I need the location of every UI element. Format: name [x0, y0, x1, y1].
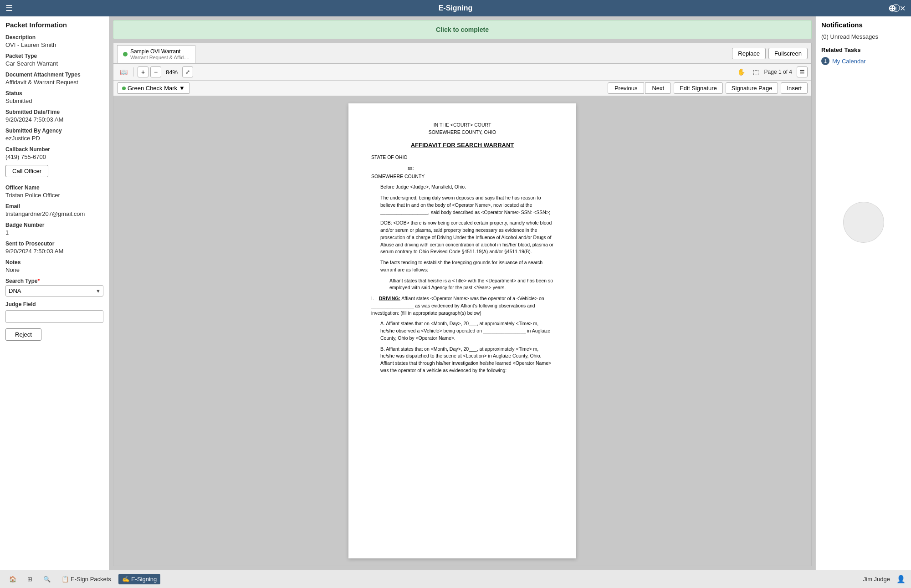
ss-line: ss: — [408, 165, 553, 172]
judge-field-input[interactable] — [5, 310, 103, 323]
sig-mark-label: Green Check Mark — [128, 85, 177, 92]
packet-type-value: Car Search Warrant — [5, 60, 103, 67]
home-icon: 🏠 — [9, 576, 16, 583]
page-info: Page 1 of 4 — [764, 69, 792, 75]
esign-packets-button[interactable]: 📋 E-Sign Packets — [58, 574, 115, 584]
search-type-label: Search Type* — [5, 278, 103, 284]
book-icon[interactable]: 📖 — [117, 66, 130, 78]
left-panel-title: Packet Information — [5, 21, 103, 29]
search-type-select[interactable]: DNA Blood Vehicle — [5, 285, 103, 297]
doc-tab-bar: Sample OVI Warrant Warrant Request & Aff… — [113, 43, 811, 64]
left-panel: Packet Information Description OVI - Lau… — [0, 16, 109, 570]
callback-number-value: (419) 755-6700 — [5, 153, 103, 160]
affiant-states: Affiant states that he/she is a <Title> … — [389, 277, 553, 292]
state-line: STATE OF OHIO — [371, 154, 553, 161]
list-icon[interactable]: ☰ — [797, 66, 808, 77]
submitted-datetime-label: Submitted Date/Time — [5, 109, 103, 115]
esigning-icon: ✍ — [122, 576, 129, 583]
search-icon: 🔍 — [43, 576, 51, 583]
doc-attachment-value: Affidavit & Warrant Request — [5, 79, 103, 86]
related-tasks-title: Related Tasks — [821, 46, 906, 53]
submitted-by-agency-label: Submitted By Agency — [5, 128, 103, 134]
insert-button[interactable]: Insert — [781, 82, 808, 94]
esign-packets-label: E-Sign Packets — [71, 576, 111, 583]
submitted-by-agency-value: ezJustice PD — [5, 135, 103, 142]
packet-type-label: Packet Type — [5, 53, 103, 59]
description-value: OVI - Lauren Smith — [5, 41, 103, 48]
app-title: E-Signing — [439, 4, 473, 12]
submitted-datetime-value: 9/20/2024 7:50:03 AM — [5, 116, 103, 123]
judge-field-label: Judge Field — [5, 301, 103, 307]
zoom-out-button[interactable]: − — [150, 66, 161, 77]
status-label: Status — [5, 90, 103, 97]
top-bar: ☰ E-Signing ⊕ ✕ ⓘ — [0, 0, 911, 16]
user-icon: 👤 — [896, 575, 906, 583]
click-to-complete-banner[interactable]: Click to complete — [113, 20, 812, 39]
doc-attachment-label: Document Attachment Types — [5, 72, 103, 78]
monitor-icon: ⊞ — [27, 576, 32, 583]
sig-toolbar: Green Check Mark ▼ Previous Next Edit Si… — [113, 81, 811, 96]
item-b: B. Affiant states that on <Month, Day>, … — [380, 346, 553, 374]
doc-toolbar: 📖 + − 84% ⤢ ✋ ⬚ Page 1 of 4 ☰ — [113, 64, 811, 81]
sent-to-prosecutor-label: Sent to Prosecutor — [5, 240, 103, 247]
judge-line: Before Judge <Judge>, Mansfield, Ohio. — [380, 184, 553, 191]
officer-name-value: Tristan Police Officer — [5, 192, 103, 199]
doc-title: AFFIDAVIT FOR SEARCH WARRANT — [371, 141, 553, 150]
close-icon[interactable]: ✕ — [900, 4, 906, 13]
court-line2: SOMEWHERE COUNTY, OHIO — [371, 129, 553, 136]
driving-label: DRIVING: — [379, 296, 400, 301]
task-item: 1 My Calendar — [821, 57, 906, 65]
county-line: SOMEWHERE COUNTY — [371, 173, 553, 180]
notes-value: None — [5, 266, 103, 273]
zoom-in-button[interactable]: + — [138, 66, 148, 77]
call-officer-button[interactable]: Call Officer — [5, 165, 48, 177]
watermark-circle — [843, 202, 884, 243]
officer-name-label: Officer Name — [5, 184, 103, 191]
sent-to-prosecutor-value: 9/20/2024 7:50:03 AM — [5, 248, 103, 255]
dropdown-arrow-icon: ▼ — [179, 85, 185, 92]
green-dot-icon — [122, 87, 126, 90]
hamburger-icon[interactable]: ☰ — [5, 3, 13, 13]
para1: The undersigned, being duly sworn depose… — [380, 194, 553, 216]
zoom-value: 84% — [163, 69, 180, 76]
right-panel: Notifications (0) Unread Messages Relate… — [815, 16, 911, 570]
para2: DOB: <DOB> there is now being concealed … — [380, 220, 553, 256]
signature-page-button[interactable]: Signature Page — [726, 82, 778, 94]
edit-signature-button[interactable]: Edit Signature — [674, 82, 723, 94]
search-button[interactable]: 🔍 — [40, 574, 54, 584]
email-value: tristangardner207@gmail.com — [5, 210, 103, 217]
court-header: IN THE <COURT> COURT SOMEWHERE COUNTY, O… — [371, 122, 553, 136]
home-button[interactable]: 🏠 — [5, 574, 20, 584]
green-check-mark-button[interactable]: Green Check Mark ▼ — [117, 82, 190, 94]
expand-icon[interactable]: ⤢ — [182, 66, 193, 77]
monitor-button[interactable]: ⊞ — [24, 574, 36, 584]
replace-button[interactable]: Replace — [732, 48, 766, 59]
hand-icon[interactable]: ✋ — [735, 66, 748, 78]
callback-number-label: Callback Number — [5, 146, 103, 153]
doc-page: IN THE <COURT> COURT SOMEWHERE COUNTY, O… — [348, 103, 576, 558]
info-icon[interactable]: ⓘ — [892, 3, 900, 14]
prev-next-group: Previous Next — [608, 82, 671, 94]
item-a: A. Affiant states that on <Month, Day>, … — [380, 320, 553, 342]
fullscreen-button[interactable]: Fullscreen — [768, 48, 808, 59]
document-viewer: Sample OVI Warrant Warrant Request & Aff… — [113, 43, 812, 566]
reject-button[interactable]: Reject — [5, 328, 41, 341]
notes-label: Notes — [5, 259, 103, 266]
esign-packets-icon: 📋 — [61, 576, 69, 583]
previous-button[interactable]: Previous — [608, 82, 645, 94]
badge-number-value: 1 — [5, 229, 103, 236]
doc-content: IN THE <COURT> COURT SOMEWHERE COUNTY, O… — [113, 96, 811, 566]
task-number: 1 — [821, 57, 829, 65]
toolbar-divider — [133, 67, 134, 77]
selection-icon[interactable]: ⬚ — [750, 66, 763, 78]
my-calendar-link[interactable]: My Calendar — [832, 58, 866, 65]
status-value: Submitted — [5, 97, 103, 104]
esigning-button[interactable]: ✍ E-Signing — [118, 574, 160, 584]
description-label: Description — [5, 34, 103, 41]
notifications-title: Notifications — [821, 21, 906, 29]
court-line1: IN THE <COURT> COURT — [371, 122, 553, 129]
esigning-label: E-Signing — [131, 576, 157, 583]
document-tab[interactable]: Sample OVI Warrant Warrant Request & Aff… — [117, 45, 195, 63]
next-button[interactable]: Next — [645, 82, 671, 94]
para3: The facts tending to establish the foreg… — [380, 259, 553, 274]
